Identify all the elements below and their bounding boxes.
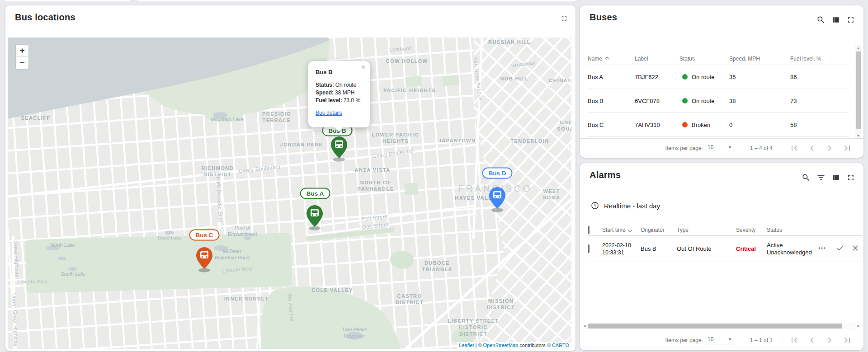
bus-marker-pin[interactable] bbox=[306, 204, 324, 230]
column-header-speed[interactable]: Speed, MPH bbox=[729, 56, 790, 62]
cell-name: Bus A bbox=[588, 74, 635, 80]
scroll-up-icon[interactable]: ▲ bbox=[855, 45, 861, 51]
buses-title: Buses bbox=[590, 12, 617, 23]
horizontal-scrollbar[interactable]: ◄ ► bbox=[582, 323, 861, 329]
cell-type: Out Of Route bbox=[677, 245, 736, 252]
fullscreen-icon[interactable] bbox=[846, 15, 855, 24]
page-size-select[interactable]: 10▼ bbox=[708, 336, 732, 344]
column-header-label[interactable]: Label bbox=[635, 56, 679, 62]
search-icon[interactable] bbox=[816, 15, 826, 24]
cell-label: 6VCF878 bbox=[635, 98, 679, 104]
last-page-button[interactable] bbox=[842, 143, 853, 154]
column-header-originator[interactable]: Originator bbox=[641, 227, 677, 233]
column-header-status[interactable]: Status bbox=[767, 227, 817, 233]
vertical-scrollbar[interactable]: ▲ ▼ bbox=[855, 45, 861, 138]
popup-title: Bus B bbox=[316, 69, 364, 75]
popup-status: Status:On route bbox=[316, 81, 364, 89]
bus-marker-pin[interactable] bbox=[195, 246, 213, 272]
top-card-edge bbox=[5, 0, 130, 1]
items-per-page-label: Items per page: bbox=[665, 145, 703, 151]
alarms-table: Start time Originator Type Severity Stat… bbox=[588, 225, 862, 262]
scrollbar-thumb[interactable] bbox=[588, 324, 842, 329]
column-header-name[interactable]: Name bbox=[588, 56, 635, 62]
dashboard: Bus locations bbox=[0, 0, 868, 352]
first-page-button[interactable] bbox=[789, 335, 800, 346]
bus-label-pill[interactable]: Bus A bbox=[300, 188, 330, 199]
bus-label-pill[interactable]: Bus D bbox=[482, 168, 512, 179]
carto-link[interactable]: CARTO bbox=[552, 343, 569, 348]
fullscreen-icon[interactable] bbox=[560, 14, 568, 23]
clock-icon bbox=[590, 201, 599, 210]
cell-status: Active Unacknowledged bbox=[767, 242, 817, 256]
map[interactable]: RUSSIAN HILLLombardCOW HOLLOWBroadwayVan… bbox=[8, 38, 571, 349]
columns-icon[interactable] bbox=[831, 15, 840, 24]
select-all-checkbox[interactable] bbox=[588, 226, 590, 234]
bus-marker-pin[interactable] bbox=[330, 136, 348, 162]
bus-locations-widget: Bus locations bbox=[5, 5, 576, 351]
top-card-edge bbox=[137, 0, 576, 1]
cell-speed: 38 bbox=[729, 98, 790, 104]
popup-fuel: Fuel level:73.0 % bbox=[316, 97, 364, 104]
popup-close-icon[interactable]: × bbox=[361, 63, 366, 71]
first-page-button[interactable] bbox=[789, 143, 800, 154]
column-header-type[interactable]: Type bbox=[677, 227, 736, 233]
page-range: 1 – 1 of 1 bbox=[750, 337, 773, 343]
timewindow-button[interactable]: Realtime - last day bbox=[590, 201, 660, 210]
buses-table: Name Label Status Speed, MPH Fuel level,… bbox=[588, 52, 849, 140]
fullscreen-icon[interactable] bbox=[846, 173, 855, 182]
cell-fuel: 73 bbox=[790, 98, 849, 104]
bus-details-link[interactable]: Bus details bbox=[316, 110, 342, 116]
cell-label: 7AHV310 bbox=[635, 122, 679, 128]
zoom-out-button[interactable]: − bbox=[16, 57, 28, 69]
timewindow-label: Realtime - last day bbox=[604, 202, 660, 210]
alarms-footer: ◄ ► Items per page: 10▼ 1 – 1 of 1 bbox=[580, 322, 863, 350]
cell-status: On route bbox=[679, 74, 729, 80]
row-checkbox[interactable] bbox=[588, 244, 590, 253]
leaflet-link[interactable]: Leaflet bbox=[459, 343, 474, 348]
popup-speed: Speed:38 MPH bbox=[316, 89, 364, 97]
column-header-start-time[interactable]: Start time bbox=[602, 227, 641, 233]
sort-asc-icon bbox=[604, 56, 610, 61]
more-actions-icon[interactable] bbox=[817, 244, 826, 253]
search-icon[interactable] bbox=[802, 173, 811, 182]
bus-label-pill[interactable]: Bus C bbox=[189, 230, 219, 241]
columns-icon[interactable] bbox=[831, 173, 840, 182]
scroll-down-icon[interactable]: ▼ bbox=[855, 133, 861, 138]
clear-alarm-icon[interactable] bbox=[851, 244, 860, 253]
cell-label: 7BJF622 bbox=[635, 74, 679, 80]
cell-fuel: 58 bbox=[790, 122, 849, 128]
bus-marker-pin[interactable] bbox=[488, 186, 506, 212]
zoom-in-button[interactable]: + bbox=[16, 45, 28, 57]
cell-start-time: 2022-02-1010:33:31 bbox=[602, 242, 641, 256]
map-attribution: Leaflet | © OpenStreetMap contributors ©… bbox=[457, 342, 571, 349]
prev-page-button[interactable] bbox=[807, 143, 817, 154]
acknowledge-check-icon[interactable] bbox=[835, 244, 844, 253]
sort-desc-icon bbox=[627, 227, 633, 233]
next-page-button[interactable] bbox=[824, 335, 835, 346]
column-header-status[interactable]: Status bbox=[679, 56, 729, 62]
column-header-severity[interactable]: Severity bbox=[736, 227, 767, 233]
cell-status: On route bbox=[679, 98, 729, 104]
filter-icon[interactable] bbox=[816, 173, 826, 182]
buses-widget: Buses Name Label Status Speed, MPH Fuel … bbox=[580, 5, 863, 158]
table-row-bus-a[interactable]: Bus A 7BJF622 On route 35 86 bbox=[588, 65, 849, 89]
buses-paginator: Items per page: 10▼ 1 – 4 of 4 bbox=[580, 138, 863, 158]
prev-page-button[interactable] bbox=[807, 335, 817, 346]
table-row-bus-b[interactable]: Bus B 6VCF878 On route 38 73 bbox=[588, 89, 849, 113]
alarm-row[interactable]: 2022-02-1010:33:31 Bus B Out Of Route Cr… bbox=[588, 236, 862, 262]
cell-speed: 0 bbox=[729, 122, 790, 128]
scroll-left-icon[interactable]: ◄ bbox=[582, 323, 587, 329]
alarms-title: Alarms bbox=[590, 170, 621, 180]
next-page-button[interactable] bbox=[824, 143, 835, 154]
osm-link[interactable]: OpenStreetMap bbox=[483, 343, 518, 348]
map-markers-layer: Bus ABus BBus CBus D bbox=[8, 38, 571, 349]
table-row-bus-c[interactable]: Bus C 7AHV310 Broken 0 58 bbox=[588, 113, 849, 137]
cell-name: Bus C bbox=[588, 122, 635, 128]
page-range: 1 – 4 of 4 bbox=[750, 145, 773, 151]
last-page-button[interactable] bbox=[842, 335, 853, 346]
cell-fuel: 86 bbox=[790, 74, 849, 80]
page-size-select[interactable]: 10▼ bbox=[708, 144, 732, 152]
column-header-fuel[interactable]: Fuel level, % bbox=[790, 56, 849, 62]
scrollbar-thumb[interactable] bbox=[856, 52, 861, 129]
scroll-right-icon[interactable]: ► bbox=[856, 323, 861, 329]
